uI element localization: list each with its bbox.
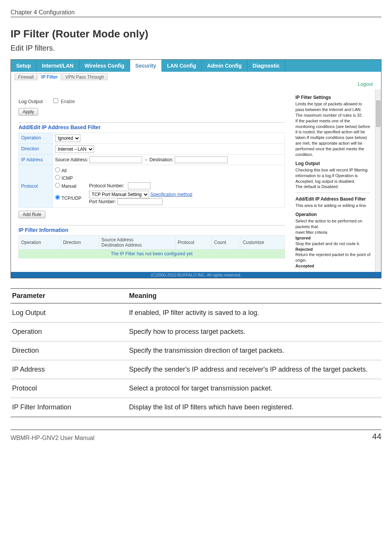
not-configured-message: The IP Filter has not been configured ye… (19, 250, 285, 258)
help-text: Return the rejected packet to the point … (295, 252, 370, 263)
main-column: Log Output Enable Apply Add/Edit IP Addr… (11, 89, 292, 272)
ip-filter-info-table: Operation Direction Source Address Desti… (18, 235, 285, 258)
add-edit-heading: Add/Edit IP Address Based Filter (18, 124, 285, 130)
help-accepted-label: Accepted (295, 263, 370, 269)
sub-tabs: Firewall IP Filter VPN Pass Through (11, 72, 381, 80)
help-operation-heading: Operation (295, 211, 370, 218)
operation-select[interactable]: Ignored (55, 134, 80, 142)
param-cell: IP Filter Information (11, 398, 128, 417)
param-header: Parameter (11, 289, 128, 303)
main-tabs: Setup Internet/LAN Wireless Config Secur… (11, 60, 381, 72)
meaning-cell: Display the list of IP filters which hav… (128, 398, 381, 417)
col-count: Count (212, 236, 240, 250)
help-text: If the packet meets one of the monitorin… (295, 118, 370, 157)
col-direction: Direction (60, 236, 99, 250)
help-text: Select the action to be performed on pac… (295, 218, 370, 230)
enable-label: Enable (61, 99, 75, 104)
protocol-number-label: Protocol Number: (89, 183, 124, 188)
protocol-manual-label: Manual (61, 184, 76, 189)
param-cell: Operation (11, 323, 128, 341)
protocol-manual-radio[interactable] (55, 183, 60, 188)
help-log-output-heading: Log Output (295, 161, 370, 167)
copyright-footer: (C)2000-2010 BUFFALO INC. All rights res… (11, 272, 381, 278)
manual-name: WBMR-HP-GNV2 User Manual (11, 435, 94, 441)
protocol-tcpudp-label: TCP/UDP (61, 196, 81, 201)
ip-address-row-label: IP Address (19, 155, 53, 165)
port-number-label: Port Number: (89, 199, 116, 204)
destination-address-input[interactable] (175, 156, 228, 163)
port-number-input[interactable] (117, 198, 163, 205)
protocol-icmp-radio[interactable] (55, 175, 60, 180)
col-operation: Operation (19, 236, 61, 250)
help-ignored-label: Ignored (295, 235, 370, 241)
help-text: Stop the packet and do not route it. (295, 241, 370, 247)
scrollbar[interactable] (375, 89, 381, 272)
source-address-input[interactable] (89, 156, 142, 163)
help-text: The maximum number of rules is 32. (295, 113, 370, 118)
param-cell: Direction (11, 341, 128, 360)
chapter-header: Chapter 4 Configuration (11, 9, 381, 17)
protocol-all-radio[interactable] (55, 167, 60, 172)
section-subtitle: Edit IP filters. (11, 44, 381, 52)
col-customize: Customize (240, 236, 285, 250)
help-text: The default is Disabled. (295, 184, 370, 190)
protocol-row-label: Protocol (19, 165, 53, 208)
help-text: Limits the type of packets allowed to pa… (295, 101, 370, 113)
meaning-cell: Specify how to process target packets. (128, 323, 381, 341)
tcp-port-select[interactable]: TCP Port Manual Setting (89, 191, 149, 198)
subtab-firewall[interactable]: Firewall (15, 73, 37, 80)
tab-security[interactable]: Security (130, 60, 162, 72)
help-ipfilter-settings-heading: IP Filter Settings (295, 94, 370, 100)
subtab-vpn-pass-through[interactable]: VPN Pass Through (62, 73, 108, 80)
protocol-number-input[interactable] (128, 182, 151, 189)
param-cell: Log Output (11, 303, 128, 323)
help-text: meet filter criteria (295, 230, 370, 235)
help-text: This area is for adding or editing a lin… (295, 203, 370, 208)
destination-label: → Destination: (144, 157, 174, 162)
apply-button[interactable]: Apply (18, 108, 38, 116)
col-src-dest: Source Address Destination Address (99, 236, 175, 250)
tab-setup[interactable]: Setup (11, 60, 37, 72)
source-address-label: Source Address: (55, 157, 88, 162)
operation-row-label: Operation (19, 133, 53, 144)
router-screenshot: Setup Internet/LAN Wireless Config Secur… (11, 59, 381, 278)
tab-wireless-config[interactable]: Wireless Config (79, 60, 130, 72)
help-text: Checking this box will record IP filteri… (295, 167, 370, 184)
specification-method-link[interactable]: Specification method (150, 192, 192, 197)
help-panel: IP Filter Settings Limits the type of pa… (292, 89, 381, 272)
meaning-cell: Specify the transmission direction of ta… (128, 341, 381, 360)
ip-filter-info-heading: IP Filter Information (18, 227, 285, 233)
param-cell: IP Address (11, 360, 128, 379)
filter-form-table: Operation Ignored Direction Internet→LAN (18, 133, 285, 208)
enable-checkbox[interactable] (53, 98, 58, 103)
section-title: IP Filter (Router Mode only) (11, 28, 381, 40)
meaning-cell: If enabled, IP filter activity is saved … (128, 303, 381, 323)
protocol-all-label: All (61, 168, 66, 173)
protocol-tcpudp-radio[interactable] (55, 195, 60, 200)
direction-select[interactable]: Internet→LAN (55, 145, 94, 153)
param-cell: Protocol (11, 379, 128, 398)
tab-admin-config[interactable]: Admin Config (202, 60, 247, 72)
tab-internet-lan[interactable]: Internet/LAN (37, 60, 79, 72)
help-add-edit-heading: Add/Edit IP Address Based Filter (295, 196, 370, 202)
logout-link[interactable]: Logout (358, 81, 373, 87)
meaning-header: Meaning (128, 289, 381, 303)
log-output-label: Log Output (18, 99, 43, 104)
col-protocol: Protocol (175, 236, 211, 250)
meaning-cell: Select a protocol for target transmissio… (128, 379, 381, 398)
parameter-table: Parameter Meaning Log OutputIf enabled, … (11, 288, 381, 417)
scroll-thumb[interactable] (376, 100, 380, 127)
page-number: 44 (372, 432, 381, 441)
protocol-icmp-label: ICMP (61, 176, 73, 181)
add-rule-button[interactable]: Add Rule (18, 211, 45, 218)
tab-diagnostic[interactable]: Diagnostic (247, 60, 286, 72)
subtab-ip-filter[interactable]: IP Filter (38, 73, 61, 80)
help-rejected-label: Rejected (295, 247, 370, 252)
direction-row-label: Direction (19, 144, 53, 155)
tab-lan-config[interactable]: LAN Config (162, 60, 202, 72)
meaning-cell: Specify the sender's IP address and rece… (128, 360, 381, 379)
